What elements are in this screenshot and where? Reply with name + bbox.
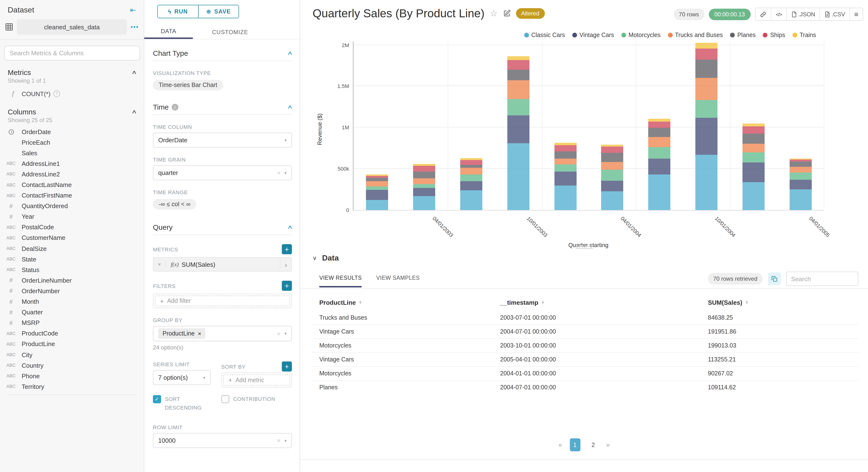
- bar-segment[interactable]: [649, 119, 671, 122]
- bar-segment[interactable]: [507, 81, 529, 99]
- add-filter-button[interactable]: +: [282, 281, 292, 291]
- add-filter-dropzone[interactable]: + Add filter: [155, 295, 290, 306]
- bar-segment[interactable]: [649, 147, 671, 158]
- table-row[interactable]: Vintage Cars2005-04-01 00:00:00113255.21: [313, 352, 858, 366]
- bar-segment[interactable]: [649, 174, 671, 210]
- column-item[interactable]: ABCStatus: [0, 264, 144, 275]
- bar-segment[interactable]: [460, 165, 482, 168]
- tab-customize[interactable]: CUSTOMIZE: [193, 25, 267, 39]
- bar-segment[interactable]: [554, 145, 576, 152]
- table-row[interactable]: Vintage Cars2004-07-01 00:00:00191951.86: [313, 324, 858, 338]
- bar-segment[interactable]: [460, 175, 482, 181]
- bar-segment[interactable]: [507, 144, 529, 210]
- column-item[interactable]: Sales: [0, 148, 144, 158]
- copy-data-button[interactable]: [768, 273, 781, 285]
- contribution-checkbox[interactable]: [221, 395, 229, 403]
- bar-segment[interactable]: [695, 60, 718, 78]
- column-item[interactable]: ABCCity: [0, 349, 144, 360]
- column-item[interactable]: ABCCountry: [0, 360, 144, 371]
- bar-segment[interactable]: [507, 60, 529, 70]
- pagination-page-2[interactable]: 2: [588, 438, 598, 451]
- bar-segment[interactable]: [413, 166, 435, 172]
- bar-segment[interactable]: [743, 152, 765, 163]
- edit-icon[interactable]: [503, 10, 510, 17]
- data-panel-header[interactable]: ∨ Data: [313, 254, 339, 262]
- column-item[interactable]: ABCState: [0, 254, 144, 264]
- export-json-button[interactable]: .JSON: [787, 8, 820, 20]
- row-limit-select[interactable]: 10000 × ▾: [153, 433, 292, 448]
- bar-segment[interactable]: [366, 190, 388, 200]
- bar-segment[interactable]: [743, 162, 765, 182]
- bar-segment[interactable]: [601, 147, 623, 153]
- time-range-value[interactable]: -∞ ≤ col < ∞: [153, 199, 196, 210]
- add-sort-metric-dropzone[interactable]: + Add metric: [223, 374, 290, 385]
- data-search-input[interactable]: [786, 272, 858, 286]
- chart-title[interactable]: Quarterly Sales (By Product Line): [313, 7, 485, 20]
- bar-segment[interactable]: [413, 178, 435, 184]
- column-header[interactable]: __timestamp▲▼: [500, 299, 708, 306]
- bar-segment[interactable]: [743, 182, 765, 210]
- table-row[interactable]: Planes2004-07-01 00:00:00109114.62: [313, 380, 858, 394]
- column-item[interactable]: ABCContactFirstName: [0, 190, 144, 201]
- pagination-page-1[interactable]: 1: [569, 438, 580, 451]
- bar-stack[interactable]: [649, 41, 671, 210]
- time-column-select[interactable]: OrderDate ▾: [153, 133, 292, 148]
- table-row[interactable]: Trucks and Buses2003-07-01 00:00:0084638…: [313, 311, 858, 324]
- bar-segment[interactable]: [366, 176, 388, 178]
- altered-badge[interactable]: Altered: [516, 8, 545, 19]
- bar-segment[interactable]: [601, 170, 623, 181]
- group-by-select[interactable]: ProductLine × × ▾: [153, 326, 292, 341]
- pagination-next[interactable]: »: [606, 441, 610, 448]
- column-item[interactable]: ABCPhone: [0, 371, 144, 381]
- dataset-more-icon[interactable]: ⋯: [130, 22, 139, 32]
- bar-segment[interactable]: [789, 167, 812, 172]
- column-item[interactable]: PriceEach: [0, 137, 144, 148]
- bar-segment[interactable]: [460, 168, 482, 175]
- embed-code-button[interactable]: </>: [771, 8, 787, 20]
- column-item[interactable]: ABCAddressLine2: [0, 169, 144, 180]
- bar-segment[interactable]: [649, 137, 671, 147]
- tab-view-samples[interactable]: VIEW SAMPLES: [376, 275, 420, 287]
- bar-segment[interactable]: [789, 161, 812, 167]
- column-item[interactable]: OrderDate: [0, 126, 144, 137]
- bar-stack[interactable]: [366, 41, 388, 210]
- bar-segment[interactable]: [413, 184, 435, 188]
- bar-segment[interactable]: [789, 159, 812, 159]
- bar-segment[interactable]: [413, 188, 435, 196]
- bar-segment[interactable]: [601, 153, 623, 162]
- save-button[interactable]: ⊕ SAVE: [198, 5, 239, 18]
- bar-segment[interactable]: [695, 49, 718, 60]
- collapse-sidebar-icon[interactable]: ⇤: [130, 6, 136, 14]
- bar-segment[interactable]: [789, 172, 812, 180]
- bar-segment[interactable]: [649, 122, 671, 128]
- bar-segment[interactable]: [601, 181, 623, 191]
- bar-segment[interactable]: [413, 164, 435, 166]
- chevron-up-icon[interactable]: ∧: [287, 50, 293, 56]
- menu-icon[interactable]: ≡: [850, 8, 863, 20]
- column-header[interactable]: ProductLine▲▼: [319, 299, 500, 306]
- column-item[interactable]: ABCDealSize: [0, 243, 144, 254]
- bar-segment[interactable]: [743, 126, 765, 134]
- table-row[interactable]: Motorcycles2004-01-01 00:00:0090267.02: [313, 366, 858, 380]
- bar-stack[interactable]: [413, 41, 435, 210]
- bar-segment[interactable]: [601, 191, 623, 210]
- bar-segment[interactable]: [554, 185, 576, 210]
- bar-stack[interactable]: [507, 41, 529, 210]
- column-item[interactable]: ABCProductLine: [0, 339, 144, 349]
- column-item[interactable]: #OrderLineNumber: [0, 275, 144, 286]
- column-item[interactable]: #MSRP: [0, 317, 144, 328]
- bar-segment[interactable]: [695, 118, 718, 155]
- bar-segment[interactable]: [366, 200, 388, 210]
- table-row[interactable]: Motorcycles2003-10-01 00:00:00199013.03: [313, 338, 858, 352]
- bar-segment[interactable]: [507, 57, 529, 60]
- column-item[interactable]: ABCProductCode: [0, 328, 144, 339]
- star-icon[interactable]: ☆: [490, 8, 497, 19]
- bar-segment[interactable]: [366, 182, 388, 187]
- bar-segment[interactable]: [695, 155, 718, 210]
- chevron-up-icon[interactable]: ∧: [287, 224, 293, 230]
- add-sort-metric-button[interactable]: +: [282, 361, 292, 372]
- bar-stack[interactable]: [460, 41, 482, 210]
- bar-segment[interactable]: [366, 187, 388, 190]
- bar-segment[interactable]: [601, 162, 623, 170]
- dataset-name[interactable]: cleaned_sales_data: [17, 19, 127, 35]
